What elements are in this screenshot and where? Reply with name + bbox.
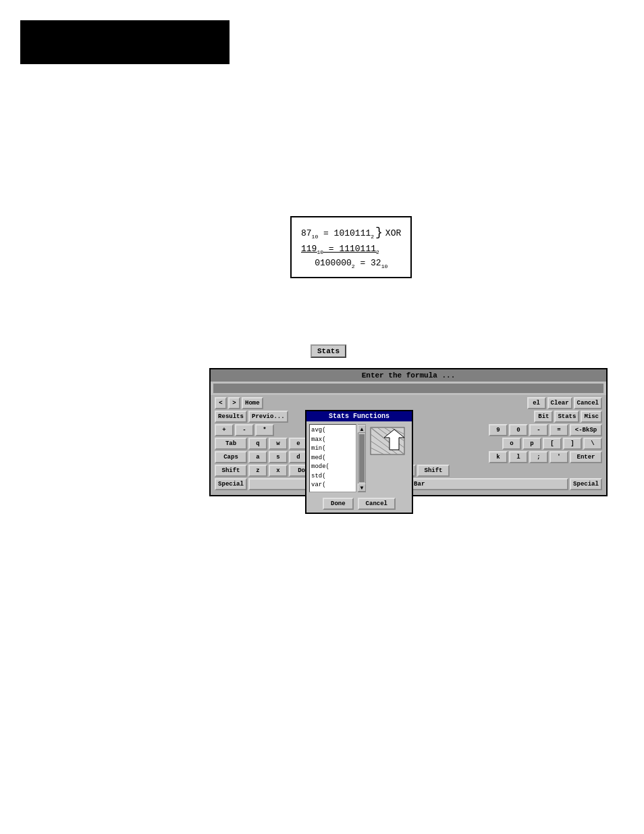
formula-line2: 11910 = 11101112: [301, 242, 401, 257]
list-item[interactable]: var(: [311, 481, 354, 490]
w-btn[interactable]: w: [269, 438, 288, 450]
multiply-btn[interactable]: *: [255, 424, 274, 436]
semicolon-btn[interactable]: ;: [529, 451, 548, 463]
xor-label: XOR: [385, 227, 401, 241]
calculator-window: Enter the formula ... < > Home el Clear …: [209, 368, 608, 496]
x-btn[interactable]: x: [269, 465, 288, 477]
misc-btn[interactable]: Misc: [581, 411, 602, 423]
stats-popup: Stats Functions avg( max( min( med( mode…: [305, 410, 413, 514]
stats-popup-title: Stats Functions: [306, 411, 412, 421]
tab-btn[interactable]: Tab: [215, 438, 247, 450]
scroll-up[interactable]: ▲: [358, 425, 366, 433]
list-item[interactable]: avg(: [311, 426, 354, 436]
stats-button-container: Stats: [311, 344, 346, 358]
previous-btn[interactable]: Previo...: [248, 411, 288, 423]
formula-text1: 8710 = 10101112: [301, 227, 374, 241]
list-item[interactable]: med(: [311, 454, 354, 463]
caps-btn[interactable]: Caps: [215, 451, 247, 463]
plus-btn[interactable]: +: [215, 424, 234, 436]
popup-cancel-btn[interactable]: Cancel: [358, 498, 396, 510]
special-left-btn[interactable]: Special: [215, 478, 247, 490]
list-item[interactable]: min(: [311, 444, 354, 454]
stats-list[interactable]: avg( max( min( med( mode( std( var(: [309, 424, 356, 492]
backslash-btn[interactable]: \: [583, 438, 602, 450]
results-btn[interactable]: Results: [215, 411, 247, 423]
stats-popup-content: avg( max( min( med( mode( std( var( ▲ ▼: [306, 421, 412, 495]
minus-btn[interactable]: -: [235, 424, 254, 436]
stats-button[interactable]: Stats: [311, 344, 346, 358]
calc-formula-bar[interactable]: [213, 384, 603, 393]
list-item[interactable]: mode(: [311, 463, 354, 472]
brace: }: [375, 223, 383, 242]
shift-right-btn[interactable]: Shift: [417, 465, 450, 477]
enter-btn[interactable]: Enter: [570, 451, 602, 463]
lbracket-btn[interactable]: [: [543, 438, 562, 450]
formula-text2: 11910 = 11101112: [301, 242, 379, 257]
popup-bottom-buttons: Done Cancel: [306, 495, 412, 513]
a-btn[interactable]: a: [248, 451, 267, 463]
left-arrow-btn[interactable]: <: [215, 397, 227, 409]
popup-done-btn[interactable]: Done: [323, 498, 354, 510]
cursor-graphic: [367, 424, 408, 458]
list-item[interactable]: std(: [311, 472, 354, 481]
clear-btn[interactable]: Clear: [547, 397, 572, 409]
o-btn[interactable]: o: [502, 438, 521, 450]
header-box: [20, 20, 230, 64]
formula-line1: 8710 = 10101112 } XOR: [301, 223, 401, 242]
list-item[interactable]: max(: [311, 436, 354, 445]
zero-btn[interactable]: 0: [509, 424, 528, 436]
bit-btn[interactable]: Bit: [534, 411, 553, 423]
nine-btn[interactable]: 9: [489, 424, 508, 436]
shift-left-btn[interactable]: Shift: [215, 465, 247, 477]
right-arrow-btn[interactable]: >: [228, 397, 240, 409]
l-btn[interactable]: l: [509, 451, 528, 463]
k-btn[interactable]: k: [489, 451, 508, 463]
calc-body: < > Home el Clear Cancel Results Previo.…: [211, 395, 606, 495]
special-right-btn[interactable]: Special: [570, 478, 602, 490]
rbracket-btn[interactable]: ]: [563, 438, 582, 450]
calc-row1: < > Home el Clear Cancel: [215, 397, 602, 409]
p-btn[interactable]: p: [522, 438, 541, 450]
home-btn[interactable]: Home: [242, 397, 263, 409]
calc-title: Enter the formula ...: [211, 369, 606, 382]
formula-line3: 01000002 = 3210: [301, 257, 401, 271]
z-btn[interactable]: z: [248, 465, 267, 477]
formula-box: 8710 = 10101112 } XOR 11910 = 11101112 0…: [290, 216, 412, 278]
stats-scrollbar[interactable]: ▲ ▼: [358, 424, 366, 492]
quote-btn[interactable]: ': [549, 451, 568, 463]
q-btn[interactable]: q: [248, 438, 267, 450]
el-btn[interactable]: el: [527, 397, 546, 409]
minus2-btn[interactable]: -: [529, 424, 548, 436]
scroll-down[interactable]: ▼: [358, 484, 366, 492]
s-btn[interactable]: s: [269, 451, 288, 463]
backspace-btn[interactable]: <-BkSp: [570, 424, 602, 436]
cancel-btn[interactable]: Cancel: [574, 397, 602, 409]
stats-btn[interactable]: Stats: [554, 411, 579, 423]
scroll-thumb[interactable]: [359, 434, 365, 482]
formula-text3: 01000002 = 3210: [315, 257, 387, 271]
equals-btn[interactable]: =: [549, 424, 568, 436]
